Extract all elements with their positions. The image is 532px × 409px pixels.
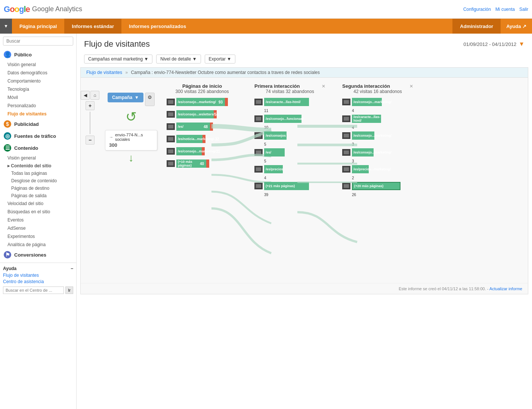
account-link[interactable]: Mi cuenta [495, 7, 515, 12]
bar-3: /es/ 48 [176, 123, 238, 131]
zoom-in-button[interactable]: + [86, 101, 95, 110]
sidebar-destino[interactable]: Páginas de destino [0, 185, 76, 192]
date-range[interactable]: 01/09/2012 - 04/11/2012 ▼ [463, 41, 525, 47]
toolbar: Campañas email marketing ▼ Nivel de deta… [77, 53, 532, 67]
nav-back-button[interactable]: ◀ [81, 91, 90, 100]
sidebar-vision-general[interactable]: Visión general [0, 61, 76, 69]
publicidad-label: Publicidad [14, 121, 39, 127]
sidebar-salida[interactable]: Páginas de salida [0, 192, 76, 199]
tab-pagina-principal[interactable]: Página principal [12, 19, 64, 34]
breadcrumb-link-flujo[interactable]: Flujo de visitantes [86, 70, 122, 75]
fi-count-3: 5 [254, 142, 325, 146]
logout-link[interactable]: Salir [519, 7, 528, 12]
red-bar-6 [206, 159, 209, 168]
exportar-button[interactable]: Exportar ▼ [205, 55, 236, 63]
sidebar-adsense[interactable]: AdSense [0, 224, 76, 232]
si-icon-5 [342, 166, 350, 173]
sidebar-desglose[interactable]: Desglose de contenido [0, 177, 76, 185]
fi-url-1: /es/caracte...llas-html/ [266, 100, 301, 104]
sidebar-comportamiento[interactable]: Comportamiento [0, 77, 76, 85]
conversiones-label: Conversiones [14, 252, 46, 258]
second-interaction-column: Segunda interacción ✕ 42 visitas 16 aban… [342, 83, 413, 278]
breadcrumb-separator: » [125, 70, 129, 75]
nivel-detalle-button[interactable]: Nivel de detalle ▼ [156, 55, 201, 63]
dropdown-chevron-icon: ▼ [134, 95, 139, 100]
si-item-2: /es/caracte...llas-html/ [342, 115, 413, 123]
page-url-3: /es/ [178, 125, 183, 128]
sidebar-item-fuentes[interactable]: ◎ Fuentes de tráfico [0, 130, 76, 142]
sidebar-item-publicidad[interactable]: $ Publicidad [0, 118, 76, 130]
campaign-dropdown[interactable]: Campaña ▼ [108, 93, 143, 102]
start-page-item-1: /es/consejo...marketing/ 93 [167, 98, 238, 106]
si-count-1: 4 [342, 109, 413, 113]
fi-bar-6: (+21 más páginas) [264, 182, 325, 190]
page-count-4: 32 [215, 137, 220, 141]
help-search-input[interactable] [3, 286, 64, 294]
second-interaction-close-icon[interactable]: ✕ [409, 84, 413, 89]
sidebar-analitica[interactable]: Analítica de página [0, 241, 76, 249]
green-bar-5: /es/consejo...marketing/ 31 [176, 147, 202, 155]
tab-informes-estandar[interactable]: Informes estándar [64, 19, 121, 34]
sidebar-datos-demograficos[interactable]: Datos demográficos [0, 69, 76, 77]
zoom-slider[interactable] [90, 112, 90, 134]
si-item-6: (+20 más páginas) [342, 182, 413, 190]
page-count-6: 40 [200, 162, 205, 166]
sidebar-contenido-sitio[interactable]: ▸ Contenido del sitio [0, 162, 76, 170]
sidebar-todas-paginas[interactable]: Todas las páginas [0, 170, 76, 177]
zoom-out-button[interactable]: − [86, 136, 95, 145]
sidebar-item-conversiones[interactable]: ⚑ Conversiones [0, 249, 76, 261]
sidebar-item-publico[interactable]: 👤 Público [0, 49, 76, 61]
page-url-1: /es/consejo...marketing/ [178, 100, 216, 104]
si-green-bar-2: /es/caracte...llas-html/ [352, 115, 381, 123]
page-icon-2 [167, 111, 175, 118]
si-count-4: 3 [342, 159, 413, 163]
sidebar-velocidad[interactable]: Velocidad del sitio [0, 199, 76, 208]
help-link-centro[interactable]: Centro de asistencia [3, 279, 73, 284]
sidebar-movil[interactable]: Móvil [0, 93, 76, 102]
fi-icon-4 [254, 149, 263, 156]
sidebar-eventos[interactable]: Eventos [0, 216, 76, 224]
fi-bar-4: /es/ [264, 148, 325, 157]
sidebar-contenido-vision[interactable]: Visión general [0, 154, 76, 162]
si-item-1: /es/consejo...marketing/ [342, 98, 413, 106]
bar-6: (+10 más páginas) 40 [176, 159, 238, 168]
campanas-button[interactable]: Campañas email marketing ▼ [84, 55, 152, 63]
green-bar-2: /es/consejo...wsletters/ 56 [176, 110, 214, 118]
page-icon-4 [167, 136, 175, 142]
fi-green-bar-5: /es/precios [264, 165, 283, 173]
sidebar-personalizado[interactable]: Personalizado [0, 102, 76, 110]
start-pages-header: Páginas de inicio 300 visitas 226 abando… [167, 83, 238, 94]
tab-administrador[interactable]: Administrador [452, 19, 501, 34]
si-url-3: /es/consejo...marketing/ [353, 134, 392, 137]
minimize-button[interactable]: − [71, 266, 73, 271]
sidebar-busquedas[interactable]: Búsquedas en el sitio [0, 208, 76, 216]
tab-ayuda[interactable]: Ayuda ↗ [501, 19, 532, 34]
fi-bar-1: /es/caracte...llas-html/ [264, 98, 325, 106]
sidebar-flujo-visitantes[interactable]: Flujo de visitantes [0, 110, 76, 118]
account-dropdown[interactable]: ▼ [0, 19, 12, 34]
si-icon-3 [342, 132, 350, 139]
campaign-entry: → envio-774-N...s sociales 300 [105, 130, 157, 151]
flag-icon: ⚑ [4, 251, 11, 258]
settings-icon[interactable]: ⚙ [145, 93, 155, 106]
si-url-2: /es/caracte...llas-html/ [353, 115, 380, 123]
nav-home-button[interactable]: ⌂ [90, 91, 99, 100]
sidebar-item-contenido[interactable]: ☰ Contenido [0, 142, 76, 154]
si-bar-3: /es/consejo...marketing/ [352, 131, 413, 140]
dollar-icon: $ [4, 120, 11, 128]
sidebar-experimentos[interactable]: Experimentos [0, 232, 76, 241]
config-link[interactable]: Configuración [463, 7, 491, 12]
help-link-flujo[interactable]: Flujo de visitantes [3, 273, 73, 278]
si-bar-4: /es/consejo...marketing/ [352, 148, 413, 157]
search-input[interactable] [3, 37, 73, 46]
sidebar-tecnologia[interactable]: Tecnología [0, 85, 76, 93]
update-report-link[interactable]: Actualizar informe [489, 286, 522, 291]
page-count-5: 31 [216, 149, 221, 154]
first-interaction-title: Primera interacción [254, 83, 300, 89]
tab-informes-personalizados[interactable]: Informes personalizados [121, 19, 194, 34]
si-count-3: 3 [342, 142, 413, 146]
sidebar: 👤 Público Visión general Datos demográfi… [0, 34, 77, 409]
help-search-button[interactable]: Ir [65, 286, 73, 294]
first-interaction-close-icon[interactable]: ✕ [322, 84, 325, 89]
bar-2: /es/consejo...wsletters/ 56 [176, 110, 238, 118]
